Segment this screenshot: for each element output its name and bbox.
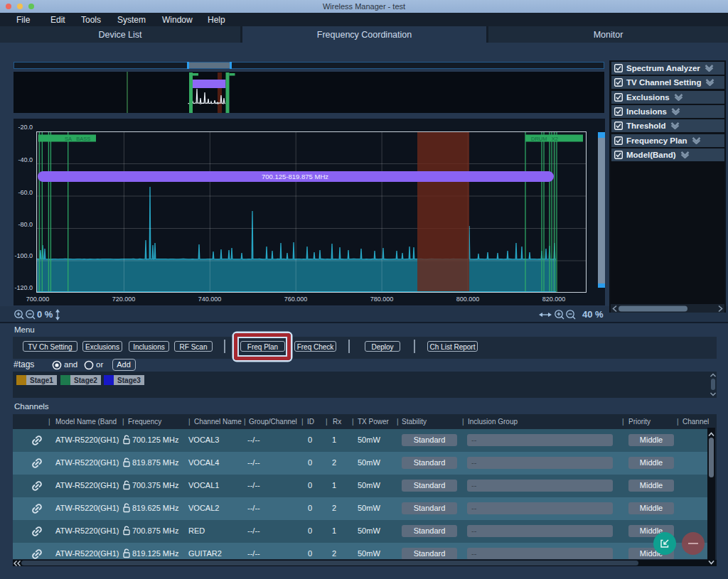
- svg-text:SA BASS: SA BASS: [65, 136, 90, 142]
- svg-text:700.125-819.875 MHz: 700.125-819.875 MHz: [262, 173, 328, 180]
- svg-text:DRUM X2: DRUM X2: [531, 136, 558, 142]
